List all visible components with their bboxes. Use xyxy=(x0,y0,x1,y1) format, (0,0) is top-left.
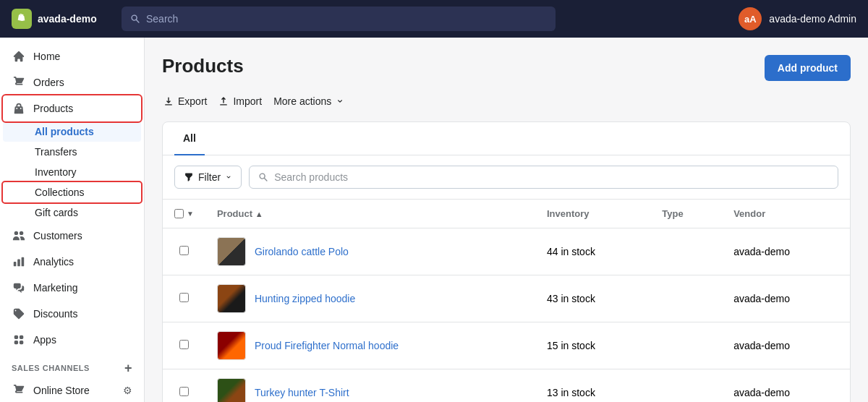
products-table: ▼ Product ▲ Inventory Type xyxy=(163,200,850,402)
sidebar-sub-transfers[interactable]: Transfers xyxy=(3,142,141,162)
sidebar-apps-label: Apps xyxy=(33,334,56,346)
filter-icon xyxy=(184,172,194,182)
sidebar-sub-gift-cards[interactable]: Gift cards xyxy=(3,202,141,223)
sidebar-item-orders[interactable]: Orders xyxy=(3,69,141,95)
sidebar-item-discounts[interactable]: Discounts xyxy=(3,301,141,327)
sidebar-sub-all-products[interactable]: All products xyxy=(3,121,141,142)
shopify-icon xyxy=(12,9,32,29)
row-checkbox-cell xyxy=(163,369,205,403)
page-title: Products xyxy=(162,55,244,77)
sidebar-analytics-label: Analytics xyxy=(33,256,74,268)
sidebar-item-marketing[interactable]: Marketing xyxy=(3,275,141,301)
customers-icon xyxy=(12,228,26,243)
row-vendor-cell: avada-demo xyxy=(722,275,850,322)
sidebar-sub-collections[interactable]: Collections xyxy=(3,182,141,202)
filter-button[interactable]: Filter xyxy=(174,166,242,189)
sidebar-sub-inventory[interactable]: Inventory xyxy=(3,162,141,182)
table-header-checkbox: ▼ xyxy=(163,200,205,228)
row-type-cell xyxy=(650,275,722,322)
row-type-cell xyxy=(650,369,722,403)
sidebar-item-home[interactable]: Home xyxy=(3,43,141,69)
table-header-product: Product ▲ xyxy=(205,200,535,228)
sidebar-orders-label: Orders xyxy=(33,77,64,88)
search-bar[interactable]: Search xyxy=(122,7,556,31)
product-name-link[interactable]: Proud Firefighter Normal hoodie xyxy=(255,340,399,351)
inventory-column-label: Inventory xyxy=(547,208,590,219)
search-placeholder: Search xyxy=(146,13,178,25)
action-bar: Export Import More actions xyxy=(162,93,851,110)
select-all-checkbox[interactable] xyxy=(174,209,184,218)
import-icon xyxy=(218,96,229,106)
export-label: Export xyxy=(178,95,207,107)
top-navigation: avada-demo Search aA avada-demo Admin xyxy=(0,0,868,38)
row-checkbox-0[interactable] xyxy=(179,246,189,255)
row-type-cell xyxy=(650,228,722,275)
select-dropdown-button[interactable]: ▼ xyxy=(187,210,194,218)
orders-icon xyxy=(12,75,26,90)
sidebar-home-label: Home xyxy=(33,51,60,62)
top-nav-right: aA avada-demo Admin xyxy=(739,7,856,30)
table-row: Hunting zipped hoodie 43 in stock avada-… xyxy=(163,275,850,322)
row-type-cell xyxy=(650,322,722,369)
gift-cards-label: Gift cards xyxy=(35,207,78,218)
table-header-vendor: Vendor xyxy=(722,200,850,228)
sidebar-item-customers[interactable]: Customers xyxy=(3,223,141,249)
sales-channels-label: SALES CHANNELS xyxy=(12,364,90,372)
sidebar-item-apps[interactable]: Apps xyxy=(3,327,141,353)
filter-row: Filter xyxy=(163,155,850,200)
add-product-button[interactable]: Add product xyxy=(765,55,851,81)
product-name-link[interactable]: Turkey hunter T-Shirt xyxy=(255,387,349,398)
row-inventory-cell: 15 in stock xyxy=(535,322,650,369)
tab-all[interactable]: All xyxy=(174,122,205,155)
collections-label: Collections xyxy=(35,187,84,198)
row-product-cell: Turkey hunter T-Shirt xyxy=(205,369,535,403)
product-column-label: Product xyxy=(217,208,252,219)
import-button[interactable]: Import xyxy=(217,93,263,110)
row-checkbox-3[interactable] xyxy=(179,387,189,396)
home-icon xyxy=(12,49,26,64)
product-name-link[interactable]: Hunting zipped hoodie xyxy=(255,293,355,304)
filter-chevron-icon xyxy=(225,174,232,181)
transfers-label: Transfers xyxy=(35,146,77,158)
page-header: Products Add product xyxy=(162,55,851,81)
sidebar-customers-label: Customers xyxy=(33,230,82,241)
add-sales-channel-button[interactable]: + xyxy=(124,362,132,375)
online-store-settings-icon[interactable]: ⚙ xyxy=(123,385,132,396)
row-inventory-cell: 43 in stock xyxy=(535,275,650,322)
row-checkbox-1[interactable] xyxy=(179,293,189,302)
sidebar-item-online-store[interactable]: Online Store ⚙ xyxy=(3,377,141,402)
brand-logo[interactable]: avada-demo xyxy=(12,9,113,29)
more-actions-button[interactable]: More actions xyxy=(272,93,346,110)
sidebar-products-label: Products xyxy=(33,103,73,114)
row-vendor-cell: avada-demo xyxy=(722,322,850,369)
analytics-icon xyxy=(12,255,26,269)
sort-icon: ▲ xyxy=(255,210,263,218)
sales-channels-section: SALES CHANNELS + xyxy=(0,353,144,377)
product-thumbnail xyxy=(217,237,246,266)
row-checkbox-cell xyxy=(163,322,205,369)
avatar[interactable]: aA xyxy=(739,7,762,30)
table-row: Girolando cattle Polo 44 in stock avada-… xyxy=(163,228,850,275)
row-inventory-cell: 13 in stock xyxy=(535,369,650,403)
row-checkbox-cell xyxy=(163,228,205,275)
product-name-link[interactable]: Girolando cattle Polo xyxy=(255,246,349,257)
online-store-label: Online Store xyxy=(33,385,90,396)
admin-name: avada-demo Admin xyxy=(769,13,856,25)
product-thumbnail xyxy=(217,284,246,313)
sidebar-marketing-label: Marketing xyxy=(33,282,77,294)
sidebar-item-analytics[interactable]: Analytics xyxy=(3,249,141,275)
all-products-label: All products xyxy=(35,126,94,137)
sidebar-item-products[interactable]: Products xyxy=(3,95,141,121)
vendor-column-label: Vendor xyxy=(733,208,765,219)
filter-label: Filter xyxy=(198,171,221,183)
export-button[interactable]: Export xyxy=(162,93,208,110)
search-input-wrapper[interactable] xyxy=(249,166,838,189)
inventory-label: Inventory xyxy=(35,166,77,178)
search-icon xyxy=(130,14,140,24)
row-product-cell: Proud Firefighter Normal hoodie xyxy=(205,322,535,369)
table-row: Proud Firefighter Normal hoodie 15 in st… xyxy=(163,322,850,369)
search-products-input[interactable] xyxy=(274,171,829,183)
row-checkbox-2[interactable] xyxy=(179,340,189,349)
tab-all-label: All xyxy=(183,132,196,144)
more-actions-label: More actions xyxy=(273,95,331,107)
